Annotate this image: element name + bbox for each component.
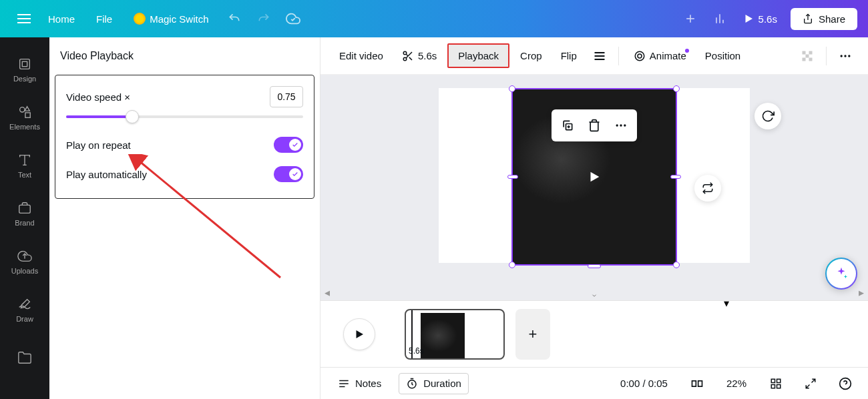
duplicate-button[interactable] <box>556 113 580 137</box>
undo-button[interactable] <box>220 5 249 32</box>
add-page-button[interactable]: + <box>515 309 550 360</box>
sidebar-projects[interactable] <box>0 334 49 382</box>
speed-label: Video speed × <box>66 91 130 103</box>
transparency-button[interactable] <box>795 44 819 68</box>
scroll-left[interactable]: ◂ <box>324 286 330 299</box>
svg-rect-29 <box>803 57 806 61</box>
resize-handle-e[interactable] <box>670 175 681 179</box>
svg-rect-10 <box>25 113 30 117</box>
auto-toggle[interactable] <box>274 166 303 182</box>
svg-rect-8 <box>22 61 27 66</box>
flip-button[interactable]: Flip <box>553 45 585 67</box>
playhead-marker[interactable]: ▾ <box>724 297 729 310</box>
crop-button[interactable]: Crop <box>512 45 550 67</box>
cloud-sync-icon[interactable] <box>278 5 308 32</box>
edit-video-button[interactable]: Edit video <box>331 45 391 67</box>
svg-rect-46 <box>692 380 696 386</box>
share-label: Share <box>819 13 845 25</box>
brand-icon <box>17 200 33 216</box>
list-icon[interactable] <box>588 44 612 68</box>
folder-icon <box>17 350 33 366</box>
crown-icon <box>134 13 146 25</box>
text-icon <box>17 152 33 168</box>
svg-marker-5 <box>745 15 752 23</box>
design-icon <box>17 56 33 72</box>
zoom-level[interactable]: 22% <box>720 374 753 393</box>
swap-button[interactable] <box>694 175 721 202</box>
ai-assistant-button[interactable] <box>825 258 857 290</box>
present-button[interactable]: 5.6s <box>734 13 785 25</box>
timeline-play-button[interactable] <box>343 318 375 350</box>
regenerate-button[interactable] <box>754 103 781 129</box>
more-button[interactable] <box>833 44 857 68</box>
side-panel: Video Playback Video speed × Play on rep… <box>49 37 320 399</box>
play-icon[interactable] <box>587 169 602 184</box>
sidebar-brand[interactable]: Brand <box>0 189 49 238</box>
present-duration: 5.6s <box>758 13 777 25</box>
fullscreen-button[interactable] <box>799 372 823 396</box>
speed-input[interactable] <box>270 86 303 107</box>
magic-switch-button[interactable]: Magic Switch <box>123 13 219 25</box>
svg-rect-26 <box>803 51 806 54</box>
collapse-timeline-button[interactable] <box>589 292 600 299</box>
position-button[interactable]: Position <box>697 45 748 67</box>
svg-rect-49 <box>777 379 781 382</box>
redo-button[interactable] <box>249 5 278 32</box>
file-menu[interactable]: File <box>85 13 123 25</box>
sidebar-text[interactable]: Text <box>0 141 49 189</box>
context-toolbar: Edit video 5.6s Playback Crop Flip Anima… <box>320 37 868 75</box>
svg-line-20 <box>406 54 408 56</box>
resize-handle-ne[interactable] <box>673 85 680 92</box>
left-sidebar: Design Elements Text Brand Uploads Draw <box>0 37 49 399</box>
divider <box>618 47 619 65</box>
clip-duration: 5.6s <box>409 346 424 356</box>
delete-button[interactable] <box>582 113 606 137</box>
svg-point-33 <box>848 55 850 57</box>
share-button[interactable]: Share <box>791 8 857 30</box>
sidebar-design[interactable]: Design <box>0 45 49 93</box>
slider-thumb[interactable] <box>126 110 139 123</box>
resize-handle-nw[interactable] <box>509 85 515 92</box>
svg-point-24 <box>635 51 644 61</box>
svg-point-38 <box>616 124 618 126</box>
canvas-viewport[interactable]: ◂ ▸ <box>320 75 868 300</box>
sidebar-uploads[interactable]: Uploads <box>0 238 49 286</box>
help-button[interactable] <box>833 372 857 396</box>
speed-slider[interactable] <box>66 115 303 118</box>
svg-rect-51 <box>777 384 781 388</box>
duration-button[interactable]: Duration <box>399 373 469 394</box>
svg-rect-48 <box>771 379 775 382</box>
timeline-clip[interactable]: 5.6s <box>405 309 505 360</box>
sidebar-draw[interactable]: Draw <box>0 286 49 334</box>
analytics-button[interactable] <box>705 5 734 32</box>
svg-rect-50 <box>771 384 775 388</box>
resize-handle-se[interactable] <box>673 262 680 268</box>
resize-handle-sw[interactable] <box>509 262 515 268</box>
resize-handle-s[interactable] <box>588 264 601 268</box>
svg-rect-7 <box>20 59 30 69</box>
bottom-bar: Notes Duration 0:00 / 0:05 22% <box>320 367 868 399</box>
svg-point-31 <box>841 55 843 57</box>
grid-view-button[interactable] <box>764 372 788 396</box>
pages-view-button[interactable] <box>685 372 709 396</box>
trim-button[interactable]: 5.6s <box>394 45 445 67</box>
notes-button[interactable]: Notes <box>331 374 388 394</box>
playback-button[interactable]: Playback <box>447 43 509 68</box>
draw-icon <box>17 296 33 312</box>
home-link[interactable]: Home <box>37 13 85 25</box>
auto-label: Play automatically <box>66 169 147 180</box>
slider-fill <box>66 115 132 118</box>
more-options-button[interactable] <box>609 113 633 137</box>
resize-handle-w[interactable] <box>507 175 518 179</box>
scroll-right[interactable]: ▸ <box>859 286 864 299</box>
svg-point-32 <box>844 55 846 57</box>
menu-button[interactable] <box>11 5 37 32</box>
elements-icon <box>17 104 33 120</box>
animate-button[interactable]: Animate <box>626 45 694 67</box>
svg-rect-27 <box>809 51 813 54</box>
clip-thumbnail <box>421 313 465 358</box>
toggle-knob <box>289 168 301 180</box>
add-button[interactable] <box>676 5 705 32</box>
sidebar-elements[interactable]: Elements <box>0 93 49 141</box>
repeat-toggle[interactable] <box>274 137 303 153</box>
